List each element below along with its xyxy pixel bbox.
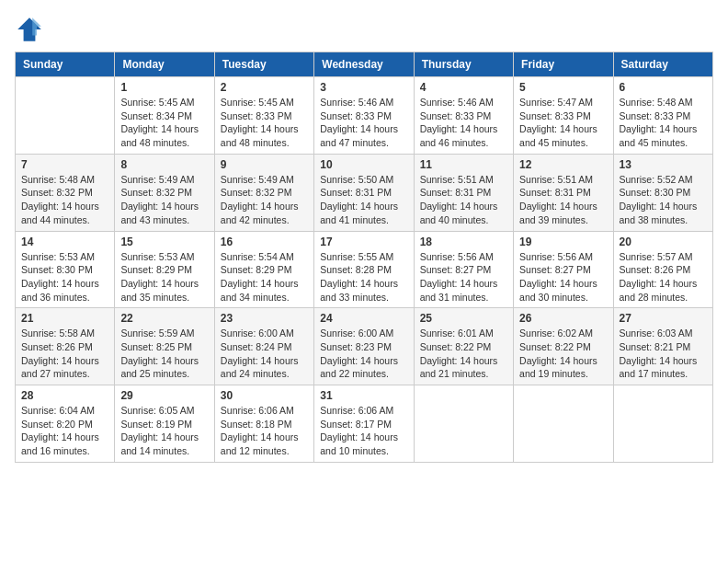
logo — [15, 15, 48, 44]
day-number: 5 — [519, 81, 607, 94]
column-header-tuesday: Tuesday — [214, 52, 313, 77]
calendar-cell: 4Sunrise: 5:46 AM Sunset: 8:33 PM Daylig… — [414, 77, 513, 155]
calendar-table: SundayMondayTuesdayWednesdayThursdayFrid… — [15, 52, 713, 463]
calendar-week-5: 28Sunrise: 6:04 AM Sunset: 8:20 PM Dayli… — [16, 385, 713, 463]
column-header-monday: Monday — [115, 52, 214, 77]
svg-marker-1 — [32, 17, 41, 35]
page-header — [15, 15, 713, 44]
calendar-cell: 27Sunrise: 6:03 AM Sunset: 8:21 PM Dayli… — [613, 308, 712, 385]
calendar-cell: 31Sunrise: 6:06 AM Sunset: 8:17 PM Dayli… — [314, 385, 414, 463]
day-number: 25 — [420, 312, 507, 325]
day-info: Sunrise: 5:52 AM Sunset: 8:30 PM Dayligh… — [620, 173, 707, 227]
day-number: 28 — [21, 389, 108, 402]
day-number: 14 — [21, 236, 108, 248]
logo-icon — [15, 15, 44, 44]
day-info: Sunrise: 6:05 AM Sunset: 8:19 PM Dayligh… — [120, 404, 208, 458]
day-info: Sunrise: 5:46 AM Sunset: 8:33 PM Dayligh… — [320, 96, 407, 150]
calendar-cell: 23Sunrise: 6:00 AM Sunset: 8:24 PM Dayli… — [214, 308, 313, 385]
calendar-cell: 29Sunrise: 6:05 AM Sunset: 8:19 PM Dayli… — [115, 385, 214, 463]
calendar-cell: 9Sunrise: 5:49 AM Sunset: 8:32 PM Daylig… — [214, 154, 313, 231]
day-info: Sunrise: 5:54 AM Sunset: 8:29 PM Dayligh… — [221, 250, 308, 304]
calendar-week-3: 14Sunrise: 5:53 AM Sunset: 8:30 PM Dayli… — [16, 231, 713, 308]
day-number: 4 — [420, 81, 507, 94]
day-info: Sunrise: 5:48 AM Sunset: 8:33 PM Dayligh… — [620, 96, 707, 150]
day-number: 30 — [221, 389, 308, 402]
day-number: 15 — [120, 236, 208, 248]
day-info: Sunrise: 6:00 AM Sunset: 8:23 PM Dayligh… — [320, 327, 407, 381]
calendar-cell: 28Sunrise: 6:04 AM Sunset: 8:20 PM Dayli… — [16, 385, 115, 463]
column-header-saturday: Saturday — [613, 52, 712, 77]
day-number: 16 — [221, 236, 308, 248]
calendar-cell: 3Sunrise: 5:46 AM Sunset: 8:33 PM Daylig… — [314, 77, 414, 155]
day-info: Sunrise: 5:57 AM Sunset: 8:26 PM Dayligh… — [620, 250, 707, 304]
calendar-cell: 10Sunrise: 5:50 AM Sunset: 8:31 PM Dayli… — [314, 154, 414, 231]
calendar-cell: 22Sunrise: 5:59 AM Sunset: 8:25 PM Dayli… — [115, 308, 214, 385]
calendar-cell: 21Sunrise: 5:58 AM Sunset: 8:26 PM Dayli… — [16, 308, 115, 385]
calendar-cell: 12Sunrise: 5:51 AM Sunset: 8:31 PM Dayli… — [514, 154, 613, 231]
calendar-cell: 7Sunrise: 5:48 AM Sunset: 8:32 PM Daylig… — [16, 154, 115, 231]
day-info: Sunrise: 6:00 AM Sunset: 8:24 PM Dayligh… — [221, 327, 308, 381]
calendar-week-1: 1Sunrise: 5:45 AM Sunset: 8:34 PM Daylig… — [16, 77, 713, 155]
header-row: SundayMondayTuesdayWednesdayThursdayFrid… — [16, 52, 713, 77]
day-info: Sunrise: 5:56 AM Sunset: 8:27 PM Dayligh… — [519, 250, 607, 304]
day-info: Sunrise: 6:03 AM Sunset: 8:21 PM Dayligh… — [620, 327, 707, 381]
day-info: Sunrise: 5:49 AM Sunset: 8:32 PM Dayligh… — [221, 173, 308, 227]
calendar-cell: 26Sunrise: 6:02 AM Sunset: 8:22 PM Dayli… — [514, 308, 613, 385]
day-number: 31 — [320, 389, 407, 402]
calendar-cell: 19Sunrise: 5:56 AM Sunset: 8:27 PM Dayli… — [514, 231, 613, 308]
day-number: 23 — [221, 312, 308, 325]
calendar-cell: 16Sunrise: 5:54 AM Sunset: 8:29 PM Dayli… — [214, 231, 313, 308]
calendar-cell — [613, 385, 712, 463]
day-info: Sunrise: 6:02 AM Sunset: 8:22 PM Dayligh… — [519, 327, 607, 381]
day-info: Sunrise: 5:46 AM Sunset: 8:33 PM Dayligh… — [420, 96, 507, 150]
column-header-friday: Friday — [514, 52, 613, 77]
day-info: Sunrise: 5:51 AM Sunset: 8:31 PM Dayligh… — [420, 173, 507, 227]
calendar-cell — [16, 77, 115, 155]
calendar-cell: 15Sunrise: 5:53 AM Sunset: 8:29 PM Dayli… — [115, 231, 214, 308]
column-header-wednesday: Wednesday — [314, 52, 414, 77]
day-number: 3 — [320, 81, 407, 94]
day-number: 1 — [120, 81, 208, 94]
calendar-cell: 14Sunrise: 5:53 AM Sunset: 8:30 PM Dayli… — [16, 231, 115, 308]
calendar-cell: 6Sunrise: 5:48 AM Sunset: 8:33 PM Daylig… — [613, 77, 712, 155]
day-info: Sunrise: 5:49 AM Sunset: 8:32 PM Dayligh… — [120, 173, 208, 227]
day-info: Sunrise: 5:58 AM Sunset: 8:26 PM Dayligh… — [21, 327, 108, 381]
calendar-cell: 1Sunrise: 5:45 AM Sunset: 8:34 PM Daylig… — [115, 77, 214, 155]
day-number: 20 — [620, 236, 707, 248]
day-number: 24 — [320, 312, 407, 325]
calendar-cell: 24Sunrise: 6:00 AM Sunset: 8:23 PM Dayli… — [314, 308, 414, 385]
day-info: Sunrise: 6:06 AM Sunset: 8:17 PM Dayligh… — [320, 404, 407, 458]
day-info: Sunrise: 6:06 AM Sunset: 8:18 PM Dayligh… — [221, 404, 308, 458]
day-number: 18 — [420, 236, 507, 248]
calendar-cell: 2Sunrise: 5:45 AM Sunset: 8:33 PM Daylig… — [214, 77, 313, 155]
day-info: Sunrise: 5:59 AM Sunset: 8:25 PM Dayligh… — [120, 327, 208, 381]
day-info: Sunrise: 5:48 AM Sunset: 8:32 PM Dayligh… — [21, 173, 108, 227]
day-info: Sunrise: 5:51 AM Sunset: 8:31 PM Dayligh… — [519, 173, 607, 227]
calendar-cell — [514, 385, 613, 463]
day-info: Sunrise: 5:56 AM Sunset: 8:27 PM Dayligh… — [420, 250, 507, 304]
calendar-cell: 17Sunrise: 5:55 AM Sunset: 8:28 PM Dayli… — [314, 231, 414, 308]
day-number: 26 — [519, 312, 607, 325]
day-info: Sunrise: 5:45 AM Sunset: 8:33 PM Dayligh… — [221, 96, 308, 150]
day-number: 2 — [221, 81, 308, 94]
day-number: 29 — [120, 389, 208, 402]
calendar-cell: 18Sunrise: 5:56 AM Sunset: 8:27 PM Dayli… — [414, 231, 513, 308]
day-number: 21 — [21, 312, 108, 325]
svg-marker-0 — [17, 17, 41, 41]
day-number: 19 — [519, 236, 607, 248]
day-number: 10 — [320, 158, 407, 171]
day-info: Sunrise: 6:01 AM Sunset: 8:22 PM Dayligh… — [420, 327, 507, 381]
calendar-cell: 30Sunrise: 6:06 AM Sunset: 8:18 PM Dayli… — [214, 385, 313, 463]
calendar-cell: 8Sunrise: 5:49 AM Sunset: 8:32 PM Daylig… — [115, 154, 214, 231]
calendar-cell: 11Sunrise: 5:51 AM Sunset: 8:31 PM Dayli… — [414, 154, 513, 231]
calendar-cell: 20Sunrise: 5:57 AM Sunset: 8:26 PM Dayli… — [613, 231, 712, 308]
day-number: 8 — [120, 158, 208, 171]
calendar-header: SundayMondayTuesdayWednesdayThursdayFrid… — [16, 52, 713, 77]
day-number: 17 — [320, 236, 407, 248]
day-info: Sunrise: 5:50 AM Sunset: 8:31 PM Dayligh… — [320, 173, 407, 227]
calendar-cell: 5Sunrise: 5:47 AM Sunset: 8:33 PM Daylig… — [514, 77, 613, 155]
day-number: 7 — [21, 158, 108, 171]
day-info: Sunrise: 5:53 AM Sunset: 8:29 PM Dayligh… — [120, 250, 208, 304]
column-header-sunday: Sunday — [16, 52, 115, 77]
day-info: Sunrise: 5:45 AM Sunset: 8:34 PM Dayligh… — [120, 96, 208, 150]
